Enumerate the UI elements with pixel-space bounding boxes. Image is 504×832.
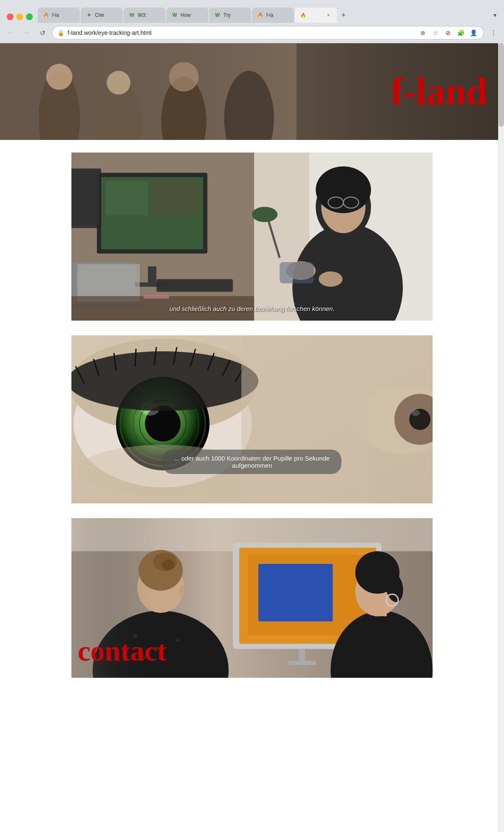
tab-favicon-5: W bbox=[214, 12, 221, 18]
tab-label-6: f-la bbox=[266, 12, 273, 18]
lock-icon: 🔒 bbox=[58, 30, 64, 36]
svg-point-5 bbox=[107, 71, 130, 95]
eye-scene bbox=[71, 335, 433, 503]
svg-rect-21 bbox=[158, 281, 231, 289]
svg-rect-87 bbox=[299, 649, 305, 661]
svg-point-67 bbox=[411, 410, 420, 416]
close-window-button[interactable] bbox=[7, 13, 13, 20]
svg-point-82 bbox=[176, 639, 179, 642]
tab-try[interactable]: W Try bbox=[209, 8, 251, 23]
svg-point-77 bbox=[162, 560, 175, 570]
svg-point-78 bbox=[178, 587, 185, 597]
svg-rect-86 bbox=[258, 564, 333, 621]
tab-overflow-button[interactable]: ▾ bbox=[489, 9, 501, 21]
address-box[interactable]: 🔒 f-land.work/eye-tracking-art.html ⊕ ☆ … bbox=[52, 26, 484, 39]
tab-favicon-3: W bbox=[129, 12, 135, 18]
hero-section: f-land bbox=[0, 43, 504, 140]
desk-image: und schließlich auch zu deren Beziehung … bbox=[71, 153, 433, 321]
browser-chrome: 🔥 f-la ✦ Che W W3: W How W Try 🔥 f-la bbox=[0, 0, 504, 43]
reload-button[interactable]: ↺ bbox=[36, 26, 49, 39]
svg-rect-38 bbox=[280, 262, 314, 284]
tab-label-1: f-la bbox=[52, 12, 59, 18]
tab-favicon-7: 🔥 bbox=[300, 12, 307, 18]
screen-image: contact bbox=[71, 518, 433, 678]
svg-point-32 bbox=[316, 166, 371, 213]
scrollbar[interactable] bbox=[498, 43, 504, 832]
svg-line-57 bbox=[135, 349, 136, 366]
forward-button[interactable]: → bbox=[20, 26, 33, 39]
url-display: f-land.work/eye-tracking-art.html bbox=[68, 29, 415, 36]
video2-caption: ... oder auch 1000 Koordinaten der Pupil… bbox=[163, 450, 341, 474]
tab-label-2: Che bbox=[95, 12, 104, 18]
svg-rect-88 bbox=[288, 661, 316, 665]
contact-label[interactable]: contact bbox=[78, 637, 166, 665]
tab-label-5: Try bbox=[223, 12, 231, 18]
tab-f-land-2[interactable]: 🔥 f-la bbox=[252, 8, 294, 23]
new-tab-button[interactable]: + bbox=[338, 9, 349, 21]
svg-rect-19 bbox=[73, 171, 100, 225]
tab-favicon-2: ✦ bbox=[86, 12, 92, 18]
tab-bar: 🔥 f-la ✦ Che W W3: W How W Try 🔥 f-la bbox=[0, 0, 504, 23]
svg-rect-26 bbox=[144, 295, 169, 299]
minimize-window-button[interactable] bbox=[16, 13, 23, 20]
tab-favicon-1: 🔥 bbox=[43, 12, 50, 18]
tab-close-button[interactable]: × bbox=[325, 12, 332, 18]
bookmark-button[interactable]: ☆ bbox=[430, 28, 441, 38]
profile-button[interactable]: 👤 bbox=[468, 28, 478, 38]
video-card-1: und schließlich auch zu deren Beziehung … bbox=[71, 153, 433, 321]
svg-point-37 bbox=[319, 271, 343, 287]
svg-rect-12 bbox=[148, 266, 156, 283]
svg-rect-16 bbox=[105, 181, 148, 215]
main-content: und schließlich auch zu deren Beziehung … bbox=[63, 140, 441, 705]
video-card-3: contact bbox=[71, 518, 433, 678]
back-button[interactable]: ← bbox=[4, 26, 17, 39]
svg-rect-23 bbox=[77, 264, 140, 302]
address-bar-row: ← → ↺ 🔒 f-land.work/eye-tracking-art.htm… bbox=[0, 23, 504, 43]
tab-label-3: W3: bbox=[138, 12, 147, 18]
tab-f-land-1[interactable]: 🔥 f-la bbox=[38, 8, 80, 23]
scrollbar-thumb[interactable] bbox=[499, 43, 504, 127]
tab-how[interactable]: W How bbox=[166, 8, 208, 23]
window-controls bbox=[3, 13, 37, 20]
tab-che[interactable]: ✦ Che bbox=[81, 8, 123, 23]
tab-label-4: How bbox=[181, 12, 191, 18]
svg-point-7 bbox=[169, 62, 199, 92]
tab-favicon-4: W bbox=[171, 12, 178, 18]
page-content: f-land bbox=[0, 43, 504, 705]
menu-button[interactable]: ⋮ bbox=[487, 26, 500, 39]
maximize-window-button[interactable] bbox=[26, 13, 33, 20]
svg-rect-68 bbox=[242, 335, 369, 503]
address-icons: ⊕ ☆ ⊘ 🧩 👤 bbox=[418, 28, 478, 38]
tab-w3[interactable]: W W3: bbox=[123, 8, 165, 23]
svg-point-3 bbox=[46, 64, 72, 90]
svg-rect-17 bbox=[152, 181, 199, 215]
svg-point-40 bbox=[252, 207, 278, 222]
tab-active[interactable]: 🔥 × bbox=[295, 8, 337, 23]
eye-image: ... oder auch 1000 Koordinaten der Pupil… bbox=[71, 335, 433, 503]
adblock-button[interactable]: ⊘ bbox=[443, 28, 453, 38]
video-card-2: ... oder auch 1000 Koordinaten der Pupil… bbox=[71, 335, 433, 503]
site-logo: f-land bbox=[391, 73, 487, 111]
desk-scene bbox=[71, 153, 433, 321]
extensions-button[interactable]: 🧩 bbox=[456, 28, 466, 38]
video1-caption: und schließlich auch zu deren Beziehung … bbox=[71, 305, 433, 312]
tab-favicon-6: 🔥 bbox=[257, 12, 264, 18]
translate-button[interactable]: ⊕ bbox=[418, 28, 428, 38]
